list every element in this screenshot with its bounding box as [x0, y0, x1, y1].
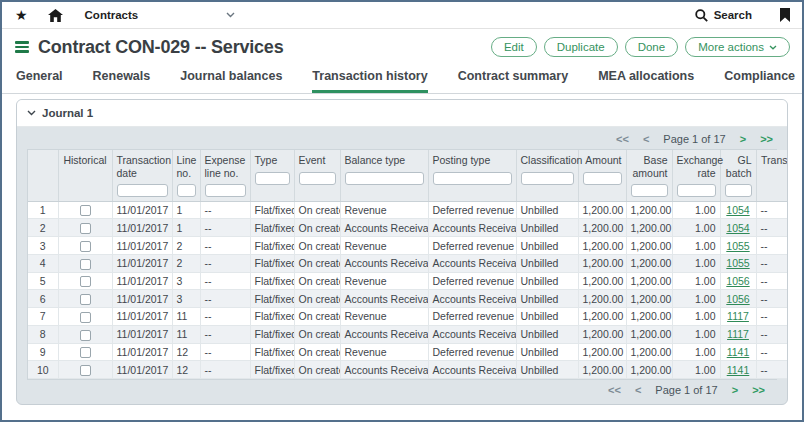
home-icon[interactable]: [48, 9, 63, 22]
cell-balance_type: Accounts Receivable: [340, 290, 428, 308]
page-prev-button[interactable]: <: [635, 384, 641, 396]
gl-batch-link[interactable]: 1054: [726, 204, 749, 216]
historical-checkbox[interactable]: [80, 365, 91, 376]
search-label[interactable]: Search: [714, 9, 752, 21]
cell-exchange_rate: 1.00: [672, 272, 720, 290]
filter-classification[interactable]: [521, 172, 574, 185]
record-menu-icon[interactable]: [15, 41, 29, 53]
cell-classification: Unbilled: [516, 290, 578, 308]
filter-amount[interactable]: [583, 172, 622, 185]
tab-compliance[interactable]: Compliance: [724, 69, 795, 93]
filter-type[interactable]: [255, 172, 290, 185]
filter-transaction_date[interactable]: [117, 184, 168, 197]
cell-gl_batch: 1056: [720, 290, 756, 308]
gl-batch-link[interactable]: 1117: [727, 310, 749, 322]
more-actions-button[interactable]: More actions: [685, 37, 790, 57]
done-button[interactable]: Done: [625, 37, 679, 57]
filter-line_no[interactable]: [177, 184, 196, 197]
cell-type: Flat/fixed: [250, 272, 294, 290]
cell-balance_type: Accounts Receivable: [340, 254, 428, 272]
chevron-down-icon: [769, 45, 777, 50]
page-next-button[interactable]: >: [732, 384, 738, 396]
cell-num: 6: [28, 290, 58, 308]
tab-contract-summary[interactable]: Contract summary: [458, 69, 568, 93]
cell-transaction: --: [756, 325, 788, 343]
gl-batch-link[interactable]: 1117: [727, 328, 749, 340]
page-prev-button[interactable]: <: [643, 133, 649, 145]
tab-journal-balances[interactable]: Journal balances: [180, 69, 282, 93]
page-first-button[interactable]: <<: [616, 133, 629, 145]
filter-event[interactable]: [299, 172, 336, 185]
cell-exchange_rate: 1.00: [672, 254, 720, 272]
filter-gl_batch[interactable]: [725, 184, 752, 197]
journal-header[interactable]: Journal 1: [17, 100, 787, 127]
cell-base_amount: 1,200.00: [626, 290, 672, 308]
gl-batch-link[interactable]: 1141: [727, 364, 750, 376]
cell-num: 2: [28, 219, 58, 237]
gl-batch-link[interactable]: 1141: [727, 346, 750, 358]
historical-checkbox[interactable]: [80, 259, 91, 270]
filter-posting_type[interactable]: [433, 172, 512, 185]
edit-button[interactable]: Edit: [491, 37, 537, 57]
cell-balance_type: Revenue: [340, 343, 428, 361]
page-last-button[interactable]: >>: [760, 133, 773, 145]
cell-base_amount: 1,200.00: [626, 237, 672, 255]
cell-classification: Unbilled: [516, 272, 578, 290]
historical-checkbox[interactable]: [80, 276, 91, 287]
contracts-nav-dropdown[interactable]: Contracts: [85, 9, 235, 21]
tab-mea-allocations[interactable]: MEA allocations: [598, 69, 694, 93]
page-next-button[interactable]: >: [740, 133, 746, 145]
gl-batch-link[interactable]: 1055: [726, 240, 749, 252]
cell-expense_line_no: --: [200, 201, 250, 219]
historical-checkbox[interactable]: [80, 241, 91, 252]
gl-batch-link[interactable]: 1056: [726, 275, 749, 287]
cell-transaction_date: 11/01/2017: [112, 272, 172, 290]
historical-checkbox[interactable]: [80, 205, 91, 216]
historical-checkbox[interactable]: [80, 330, 91, 341]
gl-batch-link[interactable]: 1054: [726, 222, 749, 234]
filter-expense_line_no[interactable]: [205, 184, 246, 197]
star-icon[interactable]: ★: [15, 8, 28, 22]
table-row: 411/01/20172--Flat/fixedOn createAccount…: [28, 254, 788, 272]
cell-classification: Unbilled: [516, 201, 578, 219]
duplicate-button[interactable]: Duplicate: [544, 37, 618, 57]
cell-num: 5: [28, 272, 58, 290]
tab-general[interactable]: General: [16, 69, 63, 93]
cell-gl_batch: 1117: [720, 308, 756, 326]
cell-posting_type: Deferred revenue: [428, 343, 516, 361]
page-first-button[interactable]: <<: [608, 384, 621, 396]
gl-batch-link[interactable]: 1055: [726, 257, 749, 269]
cell-gl_batch: 1117: [720, 325, 756, 343]
contracts-nav-label: Contracts: [85, 9, 139, 21]
cell-classification: Unbilled: [516, 343, 578, 361]
search-icon[interactable]: [695, 9, 708, 22]
cell-classification: Unbilled: [516, 308, 578, 326]
cell-type: Flat/fixed: [250, 201, 294, 219]
historical-checkbox[interactable]: [80, 347, 91, 358]
cell-gl_batch: 1141: [720, 343, 756, 361]
tab-renewals[interactable]: Renewals: [93, 69, 151, 93]
gl-batch-link[interactable]: 1056: [726, 293, 749, 305]
cell-line_no: 3: [172, 272, 200, 290]
historical-checkbox[interactable]: [80, 294, 91, 305]
cell-classification: Unbilled: [516, 325, 578, 343]
cell-posting_type: Deferred revenue: [428, 237, 516, 255]
cell-transaction: --: [756, 254, 788, 272]
historical-checkbox[interactable]: [80, 312, 91, 323]
bookmark-icon[interactable]: [780, 8, 790, 22]
cell-historical: [58, 325, 112, 343]
page-title: Contract CON-029 -- Services: [38, 37, 284, 58]
page-last-button[interactable]: >>: [752, 384, 765, 396]
cell-event: On create: [294, 219, 340, 237]
cell-amount: 1,200.00: [578, 237, 626, 255]
tab-transaction-history[interactable]: Transaction history: [312, 69, 427, 93]
filter-balance_type[interactable]: [345, 172, 424, 185]
cell-historical: [58, 201, 112, 219]
cell-balance_type: Revenue: [340, 237, 428, 255]
filter-exchange_rate[interactable]: [677, 184, 716, 197]
filter-base_amount[interactable]: [631, 184, 668, 197]
cell-transaction: --: [756, 361, 788, 379]
cell-amount: 1,200.00: [578, 272, 626, 290]
cell-event: On create: [294, 290, 340, 308]
historical-checkbox[interactable]: [80, 223, 91, 234]
